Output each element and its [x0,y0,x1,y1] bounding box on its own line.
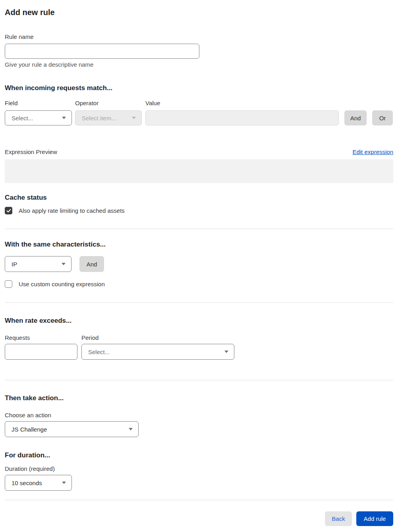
add-rule-form: Add new rule Rule name Give your rule a … [0,0,398,531]
characteristics-select[interactable]: IP [5,256,71,272]
characteristics-select-value: IP [12,261,17,268]
and-button[interactable]: And [344,110,367,125]
action-section-title: Then take action... [5,394,393,402]
check-icon [6,209,11,213]
expression-preview-box [5,159,393,183]
period-select-value: Select... [88,349,110,355]
chevron-down-icon [129,428,133,430]
requests-label: Requests [5,334,77,341]
cached-assets-checkbox-label: Also apply rate limiting to cached asset… [19,207,125,214]
operator-label: Operator [75,100,142,107]
requests-input[interactable] [5,344,77,360]
cache-status-title: Cache status [5,194,393,201]
action-select-value: JS Challenge [12,426,47,433]
edit-expression-link[interactable]: Edit expression [352,148,393,156]
period-label: Period [81,334,234,341]
custom-counting-checkbox[interactable] [5,280,12,288]
characteristics-and-button[interactable]: And [79,256,104,272]
field-label: Field [5,100,72,107]
rule-name-label: Rule name [5,33,393,40]
divider [5,380,393,380]
custom-counting-checkbox-label: Use custom counting expression [19,281,105,287]
rate-section-title: When rate exceeds... [5,317,393,324]
match-section-title: When incoming requests match... [5,84,393,92]
cached-assets-checkbox[interactable] [5,207,12,214]
operator-select-value: Select item... [82,115,116,121]
duration-select-value: 10 seconds [12,480,42,486]
add-rule-button[interactable]: Add rule [356,511,393,526]
choose-action-label: Choose an action [5,412,393,419]
operator-select: Select item... [75,110,142,125]
action-select[interactable]: JS Challenge [5,421,139,437]
divider [5,303,393,303]
field-select[interactable]: Select... [5,110,72,125]
back-button[interactable]: Back [325,511,352,526]
divider [5,500,393,500]
field-select-value: Select... [12,115,33,121]
chevron-down-icon [132,117,136,119]
duration-label: Duration (required) [5,465,393,472]
chevron-down-icon [62,263,66,265]
or-button[interactable]: Or [372,110,393,125]
chevron-down-icon [62,482,66,484]
page-title: Add new rule [5,7,393,17]
rule-name-input[interactable] [5,44,199,59]
period-select[interactable]: Select... [81,344,234,360]
duration-select[interactable]: 10 seconds [5,475,72,491]
chevron-down-icon [224,351,228,353]
expression-preview-label: Expression Preview [5,148,57,156]
duration-section-title: For duration... [5,451,393,459]
value-label: Value [145,100,339,107]
chevron-down-icon [62,117,66,119]
characteristics-title: With the same characteristics... [5,241,393,248]
rule-name-helper: Give your rule a descriptive name [5,61,393,68]
value-input [145,110,339,125]
divider [5,229,393,229]
